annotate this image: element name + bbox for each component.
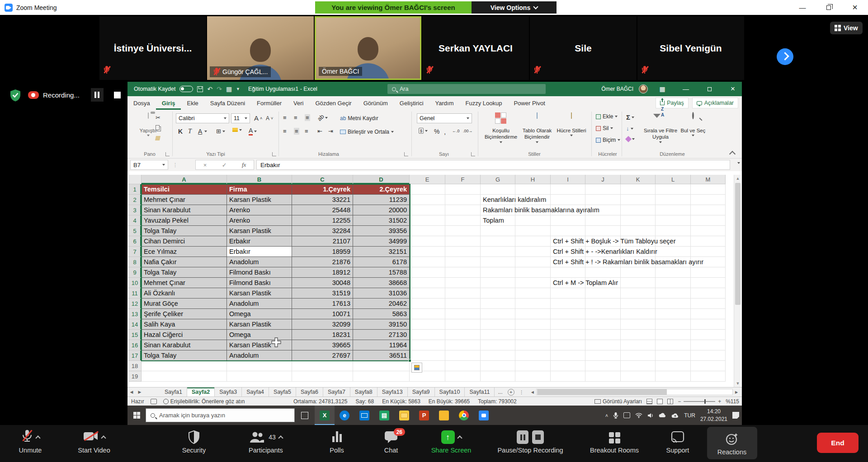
cell-M3[interactable]: [691, 205, 726, 215]
cell-M10[interactable]: [691, 278, 726, 288]
cell-G8[interactable]: [481, 257, 515, 267]
cell-A6[interactable]: Cihan Demirci: [142, 236, 227, 247]
cell-C15[interactable]: 18231: [292, 330, 353, 340]
row-header-1[interactable]: 1: [128, 184, 142, 195]
tab-formüller[interactable]: Formüller: [251, 96, 288, 110]
zoom-slider[interactable]: −+: [678, 398, 721, 405]
cell-F14[interactable]: [445, 319, 481, 330]
reactions-button[interactable]: Reactions: [707, 427, 757, 459]
align-left-icon[interactable]: ≡: [283, 128, 287, 135]
borders-icon[interactable]: ⊞: [216, 128, 225, 135]
sheet-tab-sayfa7[interactable]: Sayfa7: [323, 387, 350, 397]
sort-filter-button[interactable]: AZ Sırala ve Filtre Uygula: [643, 112, 678, 143]
participant-tile[interactable]: Güngör ÇAĞL...: [207, 16, 314, 80]
cell-G7[interactable]: [481, 247, 515, 257]
cell-K10[interactable]: [621, 278, 656, 288]
cell-E10[interactable]: [410, 278, 445, 288]
row-header-16[interactable]: 16: [128, 340, 142, 350]
participant-tile[interactable]: Serkan YAYLACI: [422, 16, 529, 80]
number-dialog-launcher[interactable]: [471, 152, 475, 156]
cell-L14[interactable]: [656, 319, 691, 330]
cell-K4[interactable]: [621, 215, 656, 226]
italic-icon[interactable]: T: [188, 128, 192, 135]
row-header-14[interactable]: 14: [128, 319, 142, 330]
cell-J5[interactable]: [585, 226, 621, 236]
next-participants-arrow[interactable]: [777, 48, 793, 65]
cell-L18[interactable]: [656, 361, 691, 371]
cell-J17[interactable]: [585, 350, 621, 361]
cell-C17[interactable]: 27697: [292, 350, 353, 361]
cell-G1[interactable]: [481, 184, 515, 195]
column-header-K[interactable]: K: [621, 175, 656, 184]
cell-I2[interactable]: [551, 195, 585, 205]
row-header-6[interactable]: 6: [128, 236, 142, 247]
share-screen-button[interactable]: ↑Share Screen: [420, 429, 482, 454]
cell-D2[interactable]: 11239: [353, 195, 410, 205]
taskbar-icon-task-view[interactable]: [295, 406, 315, 425]
tray-mic-icon[interactable]: [613, 412, 618, 419]
participant-tile[interactable]: Sibel Yenigün: [637, 16, 744, 80]
cell-B18[interactable]: [227, 361, 292, 371]
fill-icon[interactable]: ↓: [626, 125, 633, 132]
sheet-tab-sayfa5[interactable]: Sayfa5: [269, 387, 296, 397]
underline-icon[interactable]: A: [198, 128, 207, 135]
end-meeting-button[interactable]: End: [817, 433, 859, 453]
cell-H15[interactable]: [515, 330, 551, 340]
cell-D15[interactable]: 27130: [353, 330, 410, 340]
increase-decimal-icon[interactable]: ←.0: [452, 129, 460, 133]
cell-L1[interactable]: [656, 184, 691, 195]
insert-function-icon[interactable]: fx: [242, 161, 246, 168]
cell-K9[interactable]: [621, 267, 656, 278]
cell-A2[interactable]: Mehmet Çınar: [142, 195, 227, 205]
fill-handle[interactable]: [408, 359, 411, 362]
start-video-chevron-icon[interactable]: [101, 435, 106, 440]
cell-I9[interactable]: [551, 267, 585, 278]
cell-D8[interactable]: 6178: [353, 257, 410, 267]
bold-icon[interactable]: K: [178, 128, 183, 135]
view-layout-button[interactable]: View: [830, 22, 863, 34]
column-header-H[interactable]: H: [515, 175, 551, 184]
tray-device-icon[interactable]: [623, 412, 630, 418]
cell-J16[interactable]: [585, 340, 621, 350]
participant-tile[interactable]: Sile: [530, 16, 637, 80]
cell-A4[interactable]: Yavuzalp Pekel: [142, 215, 227, 226]
action-center-icon[interactable]: [732, 412, 739, 419]
chat-button[interactable]: 26Chat: [366, 429, 416, 454]
cell-F1[interactable]: [445, 184, 481, 195]
cell-G9[interactable]: [481, 267, 515, 278]
taskbar-search-box[interactable]: Aramak için buraya yazın: [146, 408, 295, 422]
cell-F3[interactable]: [445, 205, 481, 215]
tray-cloud-icon[interactable]: [659, 413, 666, 418]
cell-G16[interactable]: [481, 340, 515, 350]
cell-F10[interactable]: [445, 278, 481, 288]
column-header-F[interactable]: F: [445, 175, 481, 184]
cell-I16[interactable]: [551, 340, 585, 350]
cell-J15[interactable]: [585, 330, 621, 340]
cell-L17[interactable]: [656, 350, 691, 361]
merge-center-button[interactable]: Birleştir ve Ortala: [340, 129, 394, 135]
page-layout-view-icon[interactable]: [657, 399, 663, 404]
alignment-dialog-launcher[interactable]: [404, 152, 408, 156]
pause-recording-button[interactable]: [91, 88, 104, 102]
cell-D11[interactable]: 31036: [353, 288, 410, 299]
tab-dosya[interactable]: Dosya: [127, 96, 156, 110]
add-sheet-button[interactable]: +: [508, 389, 514, 396]
taskbar-icon-zoom-app[interactable]: [474, 406, 494, 425]
cell-A8[interactable]: Nafia Çakır: [142, 257, 227, 267]
save-icon[interactable]: [197, 86, 203, 92]
unmute-button[interactable]: Unmute: [5, 429, 55, 454]
cell-C4[interactable]: 12255: [292, 215, 353, 226]
maximize-button[interactable]: [816, 0, 842, 15]
taskbar-clock[interactable]: 14:20 27.02.2021: [700, 408, 727, 422]
cell-A17[interactable]: Tolga Talay: [142, 350, 227, 361]
vertical-scrollbar-thumb[interactable]: [735, 183, 741, 305]
row-header-11[interactable]: 11: [128, 288, 142, 299]
row-header-5[interactable]: 5: [128, 226, 142, 236]
row-header-12[interactable]: 12: [128, 299, 142, 309]
customize-qat-icon[interactable]: ▦: [226, 86, 232, 92]
cell-E16[interactable]: [410, 340, 445, 350]
taskbar-icon-folder[interactable]: [434, 406, 454, 425]
cell-A18[interactable]: [142, 361, 227, 371]
cell-G6[interactable]: [481, 236, 515, 247]
cell-F19[interactable]: [445, 371, 481, 382]
